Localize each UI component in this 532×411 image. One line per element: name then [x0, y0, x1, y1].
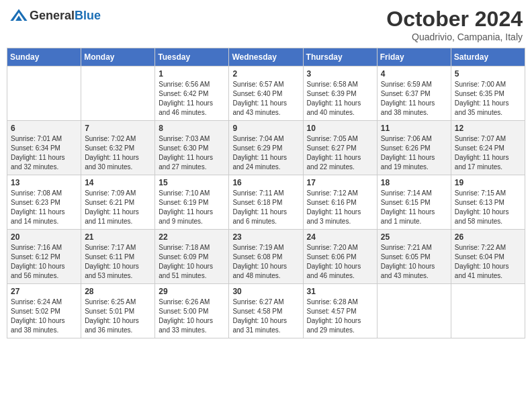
day-number: 21 [85, 232, 151, 242]
calendar-cell: 5Sunrise: 7:00 AM Sunset: 6:35 PM Daylig… [451, 66, 525, 121]
calendar-cell: 2Sunrise: 6:57 AM Sunset: 6:40 PM Daylig… [229, 66, 303, 121]
calendar-cell: 27Sunrise: 6:24 AM Sunset: 5:02 PM Dayli… [7, 284, 81, 338]
day-number: 2 [232, 69, 299, 79]
week-row-3: 20Sunrise: 7:16 AM Sunset: 6:12 PM Dayli… [7, 230, 525, 284]
day-number: 3 [307, 69, 373, 79]
weekday-thursday: Thursday [303, 48, 377, 66]
day-number: 23 [232, 232, 299, 242]
day-number: 11 [381, 124, 447, 133]
day-info: Sunrise: 7:03 AM Sunset: 6:30 PM Dayligh… [159, 134, 225, 172]
day-number: 28 [85, 287, 151, 296]
day-number: 30 [232, 287, 299, 296]
day-number: 1 [159, 69, 225, 79]
logo-icon [9, 7, 28, 26]
day-number: 7 [85, 124, 151, 133]
day-info: Sunrise: 7:02 AM Sunset: 6:32 PM Dayligh… [85, 134, 151, 172]
day-info: Sunrise: 6:28 AM Sunset: 4:57 PM Dayligh… [307, 298, 373, 335]
day-info: Sunrise: 7:00 AM Sunset: 6:35 PM Dayligh… [455, 80, 521, 118]
calendar-cell: 1Sunrise: 6:56 AM Sunset: 6:42 PM Daylig… [155, 66, 229, 121]
day-number: 20 [11, 232, 77, 242]
day-info: Sunrise: 6:59 AM Sunset: 6:37 PM Dayligh… [381, 80, 447, 118]
day-info: Sunrise: 6:57 AM Sunset: 6:40 PM Dayligh… [232, 80, 299, 118]
day-info: Sunrise: 6:56 AM Sunset: 6:42 PM Dayligh… [159, 80, 225, 118]
calendar-cell: 25Sunrise: 7:21 AM Sunset: 6:05 PM Dayli… [377, 230, 451, 284]
day-info: Sunrise: 7:16 AM Sunset: 6:12 PM Dayligh… [11, 243, 77, 281]
calendar-cell: 15Sunrise: 7:10 AM Sunset: 6:19 PM Dayli… [155, 175, 229, 230]
month-title: October 2024 [386, 7, 523, 32]
day-number: 10 [307, 124, 373, 133]
day-number: 26 [455, 232, 521, 242]
page-header: GeneralBlue October 2024 Quadrivio, Camp… [7, 7, 525, 42]
calendar-cell: 24Sunrise: 7:20 AM Sunset: 6:06 PM Dayli… [303, 230, 377, 284]
calendar-cell: 7Sunrise: 7:02 AM Sunset: 6:32 PM Daylig… [81, 121, 155, 175]
day-number: 29 [159, 287, 225, 296]
calendar-cell: 20Sunrise: 7:16 AM Sunset: 6:12 PM Dayli… [7, 230, 81, 284]
weekday-friday: Friday [377, 48, 451, 66]
day-info: Sunrise: 7:17 AM Sunset: 6:11 PM Dayligh… [85, 243, 151, 281]
day-number: 6 [11, 124, 77, 133]
calendar-cell [451, 284, 525, 338]
day-number: 5 [455, 69, 521, 79]
day-info: Sunrise: 7:07 AM Sunset: 6:24 PM Dayligh… [455, 134, 521, 172]
calendar: SundayMondayTuesdayWednesdayThursdayFrid… [7, 48, 525, 338]
day-info: Sunrise: 7:06 AM Sunset: 6:26 PM Dayligh… [381, 134, 447, 172]
day-info: Sunrise: 7:12 AM Sunset: 6:16 PM Dayligh… [307, 189, 373, 226]
day-number: 12 [455, 124, 521, 133]
calendar-header: SundayMondayTuesdayWednesdayThursdayFrid… [7, 48, 525, 66]
day-number: 16 [232, 178, 299, 187]
calendar-cell: 22Sunrise: 7:18 AM Sunset: 6:09 PM Dayli… [155, 230, 229, 284]
calendar-cell: 12Sunrise: 7:07 AM Sunset: 6:24 PM Dayli… [451, 121, 525, 175]
calendar-cell: 21Sunrise: 7:17 AM Sunset: 6:11 PM Dayli… [81, 230, 155, 284]
calendar-cell: 16Sunrise: 7:11 AM Sunset: 6:18 PM Dayli… [229, 175, 303, 230]
calendar-cell [81, 66, 155, 121]
calendar-cell: 29Sunrise: 6:26 AM Sunset: 5:00 PM Dayli… [155, 284, 229, 338]
weekday-wednesday: Wednesday [229, 48, 303, 66]
calendar-cell: 31Sunrise: 6:28 AM Sunset: 4:57 PM Dayli… [303, 284, 377, 338]
day-info: Sunrise: 6:27 AM Sunset: 4:58 PM Dayligh… [232, 298, 299, 335]
day-info: Sunrise: 7:05 AM Sunset: 6:27 PM Dayligh… [307, 134, 373, 172]
day-info: Sunrise: 7:10 AM Sunset: 6:19 PM Dayligh… [159, 189, 225, 226]
day-number: 27 [11, 287, 77, 296]
day-info: Sunrise: 7:20 AM Sunset: 6:06 PM Dayligh… [307, 243, 373, 281]
calendar-cell: 4Sunrise: 6:59 AM Sunset: 6:37 PM Daylig… [377, 66, 451, 121]
calendar-cell: 23Sunrise: 7:19 AM Sunset: 6:08 PM Dayli… [229, 230, 303, 284]
calendar-cell [377, 284, 451, 338]
day-number: 4 [381, 69, 447, 79]
week-row-0: 1Sunrise: 6:56 AM Sunset: 6:42 PM Daylig… [7, 66, 525, 121]
day-info: Sunrise: 7:09 AM Sunset: 6:21 PM Dayligh… [85, 189, 151, 226]
calendar-cell: 17Sunrise: 7:12 AM Sunset: 6:16 PM Dayli… [303, 175, 377, 230]
calendar-cell: 11Sunrise: 7:06 AM Sunset: 6:26 PM Dayli… [377, 121, 451, 175]
day-info: Sunrise: 6:25 AM Sunset: 5:01 PM Dayligh… [85, 298, 151, 335]
day-number: 14 [85, 178, 151, 187]
calendar-cell: 26Sunrise: 7:22 AM Sunset: 6:04 PM Dayli… [451, 230, 525, 284]
day-number: 19 [455, 178, 521, 187]
day-number: 31 [307, 287, 373, 296]
calendar-body: 1Sunrise: 6:56 AM Sunset: 6:42 PM Daylig… [7, 66, 525, 338]
day-info: Sunrise: 7:08 AM Sunset: 6:23 PM Dayligh… [11, 189, 77, 226]
day-info: Sunrise: 7:22 AM Sunset: 6:04 PM Dayligh… [455, 243, 521, 281]
weekday-tuesday: Tuesday [155, 48, 229, 66]
location: Quadrivio, Campania, Italy [386, 32, 523, 42]
weekday-saturday: Saturday [451, 48, 525, 66]
day-info: Sunrise: 7:01 AM Sunset: 6:34 PM Dayligh… [11, 134, 77, 172]
day-number: 17 [307, 178, 373, 187]
day-number: 18 [381, 178, 447, 187]
weekday-row: SundayMondayTuesdayWednesdayThursdayFrid… [7, 48, 525, 66]
day-number: 22 [159, 232, 225, 242]
day-number: 13 [11, 178, 77, 187]
week-row-4: 27Sunrise: 6:24 AM Sunset: 5:02 PM Dayli… [7, 284, 525, 338]
logo-general: General [30, 9, 75, 22]
day-info: Sunrise: 7:21 AM Sunset: 6:05 PM Dayligh… [381, 243, 447, 281]
calendar-cell [7, 66, 81, 121]
weekday-sunday: Sunday [7, 48, 81, 66]
title-block: October 2024 Quadrivio, Campania, Italy [386, 7, 523, 42]
day-info: Sunrise: 7:14 AM Sunset: 6:15 PM Dayligh… [381, 189, 447, 226]
day-info: Sunrise: 7:15 AM Sunset: 6:13 PM Dayligh… [455, 189, 521, 226]
calendar-cell: 9Sunrise: 7:04 AM Sunset: 6:29 PM Daylig… [229, 121, 303, 175]
day-info: Sunrise: 7:04 AM Sunset: 6:29 PM Dayligh… [232, 134, 299, 172]
day-info: Sunrise: 6:26 AM Sunset: 5:00 PM Dayligh… [159, 298, 225, 335]
week-row-1: 6Sunrise: 7:01 AM Sunset: 6:34 PM Daylig… [7, 121, 525, 175]
calendar-cell: 6Sunrise: 7:01 AM Sunset: 6:34 PM Daylig… [7, 121, 81, 175]
day-info: Sunrise: 6:58 AM Sunset: 6:39 PM Dayligh… [307, 80, 373, 118]
calendar-cell: 18Sunrise: 7:14 AM Sunset: 6:15 PM Dayli… [377, 175, 451, 230]
